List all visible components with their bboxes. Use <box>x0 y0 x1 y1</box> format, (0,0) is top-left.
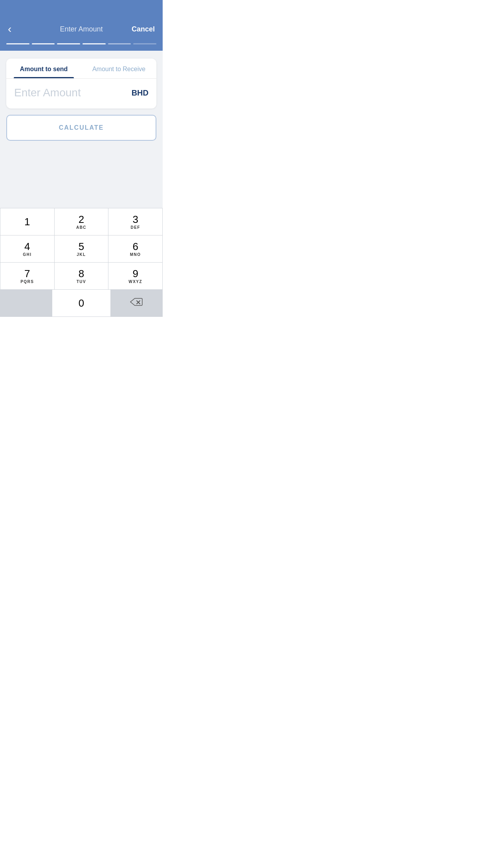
key-1[interactable]: 1 <box>0 208 54 235</box>
currency-label: BHD <box>132 88 149 97</box>
key-6[interactable]: 6 MNO <box>108 235 162 262</box>
keyboard-row-4: 0 <box>0 290 162 316</box>
key-2[interactable]: 2 ABC <box>55 208 108 235</box>
key-empty <box>0 290 52 316</box>
progress-step-5 <box>108 43 131 44</box>
key-8[interactable]: 8 TUV <box>55 263 108 289</box>
amount-placeholder[interactable]: Enter Amount <box>14 86 81 99</box>
main-content: Amount to send Amount to Receive Enter A… <box>0 51 163 208</box>
page-title: Enter Amount <box>60 25 103 33</box>
tab-amount-to-receive[interactable]: Amount to Receive <box>81 59 156 78</box>
amount-card: Amount to send Amount to Receive Enter A… <box>6 59 156 108</box>
delete-icon <box>130 297 143 309</box>
progress-step-6 <box>133 43 156 44</box>
keyboard-row-2: 4 GHI 5 JKL 6 MNO <box>0 235 162 262</box>
calculate-button[interactable]: CALCULATE <box>6 115 156 141</box>
key-0[interactable]: 0 <box>52 290 110 316</box>
tab-bar: Amount to send Amount to Receive <box>6 59 156 79</box>
numeric-keyboard: 1 2 ABC 3 DEF 4 GHI 5 JKL 6 MNO 7 PQRS <box>0 208 163 317</box>
progress-step-2 <box>32 43 55 44</box>
amount-area: Enter Amount BHD <box>6 79 156 108</box>
key-7[interactable]: 7 PQRS <box>0 263 54 289</box>
key-5[interactable]: 5 JKL <box>55 235 108 262</box>
back-button[interactable]: ‹ <box>5 20 15 39</box>
key-4[interactable]: 4 GHI <box>0 235 54 262</box>
progress-step-3 <box>57 43 80 44</box>
header: ‹ Enter Amount Cancel <box>0 0 163 39</box>
progress-step-1 <box>6 43 29 44</box>
tab-amount-to-send[interactable]: Amount to send <box>6 59 81 78</box>
spacer <box>6 141 156 188</box>
keyboard-row-3: 7 PQRS 8 TUV 9 WXYZ <box>0 263 162 289</box>
progress-bar <box>0 39 163 51</box>
key-9[interactable]: 9 WXYZ <box>108 263 162 289</box>
key-3[interactable]: 3 DEF <box>108 208 162 235</box>
keyboard-row-1: 1 2 ABC 3 DEF <box>0 208 162 235</box>
progress-step-4 <box>83 43 106 44</box>
key-delete[interactable] <box>111 290 162 316</box>
cancel-button[interactable]: Cancel <box>132 25 155 33</box>
